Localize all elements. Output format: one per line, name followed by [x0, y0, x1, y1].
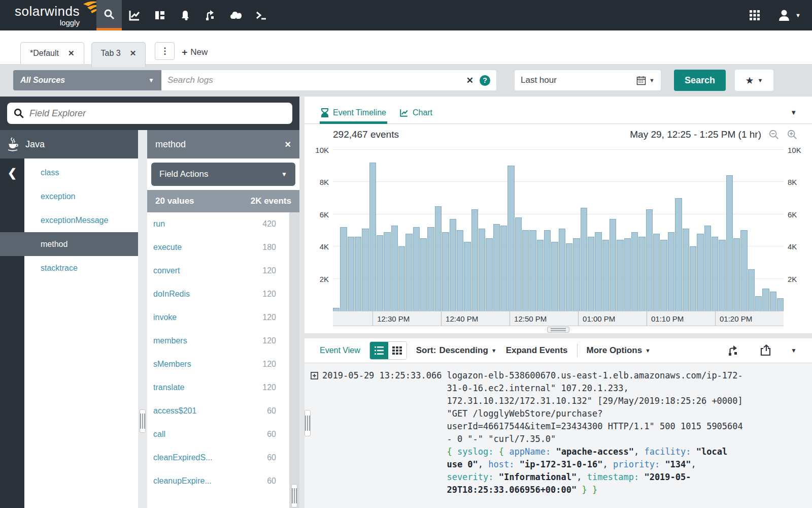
dashboards-icon[interactable] [147, 0, 173, 30]
histogram-bar[interactable] [777, 298, 784, 311]
histogram-bar[interactable] [355, 237, 361, 311]
histogram-bar[interactable] [377, 235, 383, 311]
histogram-bar[interactable] [588, 237, 594, 311]
expand-event-icon[interactable] [311, 372, 318, 379]
value-row[interactable]: cleanExpiredS...60 [147, 446, 289, 469]
histogram-bar[interactable] [529, 230, 536, 311]
value-row[interactable]: run420 [147, 212, 289, 236]
histogram-bar[interactable] [595, 232, 601, 311]
histogram-bar[interactable] [748, 269, 755, 311]
field-group-java[interactable]: Java [0, 130, 138, 158]
histogram-bar[interactable] [457, 230, 463, 311]
histogram-bar[interactable] [348, 237, 354, 311]
list-view-icon[interactable] [370, 342, 388, 359]
histogram-bar[interactable] [471, 209, 478, 311]
terminal-icon[interactable] [249, 0, 274, 30]
share-export-icon[interactable] [759, 344, 771, 357]
histogram-bar[interactable] [617, 240, 623, 311]
zoom-out-icon[interactable] [768, 129, 780, 140]
histogram-bar[interactable] [420, 238, 427, 311]
alerts-icon[interactable] [173, 0, 198, 30]
tab-close-icon[interactable]: ✕ [68, 49, 75, 58]
value-name[interactable]: cleanupExpire... [153, 477, 212, 486]
value-name[interactable]: access$201 [153, 406, 196, 416]
histogram-bar[interactable] [646, 209, 653, 311]
histogram-bar[interactable] [602, 240, 609, 311]
tab-event-timeline[interactable]: Event Timeline [320, 102, 387, 123]
value-row[interactable]: doInRedis120 [147, 282, 289, 306]
histogram-bar[interactable] [566, 243, 572, 311]
histogram-bar[interactable] [486, 238, 492, 311]
value-row[interactable]: execute180 [147, 236, 289, 259]
histogram-bar[interactable] [464, 242, 470, 311]
value-row[interactable]: access$20160 [147, 399, 289, 423]
collapse-chart-icon[interactable]: ▼ [790, 109, 797, 116]
histogram-bar[interactable] [500, 226, 507, 311]
histogram-bar[interactable] [653, 234, 660, 311]
resize-grip[interactable] [140, 409, 146, 433]
expand-events-button[interactable]: Expand Events [506, 345, 568, 356]
value-name[interactable]: doInRedis [153, 290, 190, 299]
histogram-bar[interactable] [442, 232, 449, 311]
zoom-in-icon[interactable] [787, 129, 798, 140]
histogram-bar[interactable] [697, 234, 703, 311]
solarwinds-loggly-logo[interactable]: solarwinds loggly [0, 0, 96, 30]
histogram-bar[interactable] [369, 163, 376, 311]
time-range-picker[interactable]: Last hour ▼ [515, 70, 661, 90]
value-name[interactable]: execute [153, 243, 182, 252]
grid-view-icon[interactable] [388, 342, 407, 359]
histogram-bar[interactable] [507, 166, 514, 311]
log-event-row[interactable]: 2019-05-29 13:25:33.066 logazon-elb-5386… [310, 369, 812, 496]
tab-close-icon[interactable]: ✕ [130, 49, 137, 58]
histogram-bar[interactable] [450, 219, 456, 311]
tab-default[interactable]: *Default ✕ [20, 42, 84, 64]
histogram-bar[interactable] [638, 237, 645, 311]
value-row[interactable]: invoke120 [147, 306, 289, 329]
histogram-bar[interactable] [668, 232, 674, 311]
histogram-bar[interactable] [384, 232, 390, 311]
cloud-icon[interactable] [223, 0, 249, 30]
histogram-bar[interactable] [675, 198, 682, 311]
value-name[interactable]: cleanExpiredS... [153, 453, 213, 462]
histogram-bar[interactable] [435, 206, 442, 311]
histogram-bar[interactable] [610, 219, 616, 311]
histogram-bar[interactable] [740, 230, 747, 311]
tab-3[interactable]: Tab 3 ✕ [91, 42, 146, 67]
field-explorer-input[interactable] [29, 108, 286, 119]
histogram-bar[interactable] [762, 289, 769, 311]
histogram-bar[interactable] [479, 229, 485, 311]
histogram-bar[interactable] [726, 175, 733, 311]
histogram-bar[interactable] [391, 226, 398, 311]
resize-grip-horizontal[interactable] [547, 327, 569, 333]
histogram-bar[interactable] [537, 240, 544, 311]
value-row[interactable]: cleanupExpire...60 [147, 469, 289, 493]
value-name[interactable]: sMembers [153, 360, 191, 369]
histogram-bar[interactable] [405, 234, 412, 311]
resize-grip[interactable] [304, 410, 311, 436]
clear-search-icon[interactable]: ✕ [466, 75, 473, 86]
resize-grip[interactable] [291, 484, 297, 507]
value-row[interactable]: sMembers120 [147, 353, 289, 376]
histogram-bar[interactable] [544, 230, 551, 311]
value-name[interactable]: run [153, 219, 165, 229]
field-item-exceptionMessage[interactable]: exceptionMessage [24, 208, 138, 232]
histogram-bar[interactable] [515, 217, 522, 311]
histogram-bar[interactable] [340, 227, 347, 311]
chevron-down-icon[interactable]: ▼ [791, 347, 797, 354]
value-name[interactable]: call [153, 430, 165, 439]
field-item-stacktrace[interactable]: stacktrace [24, 256, 138, 280]
value-name[interactable]: invoke [153, 313, 177, 322]
histogram-bar[interactable] [573, 238, 580, 311]
histogram-bar[interactable] [398, 246, 405, 311]
histogram-bar[interactable] [522, 230, 529, 311]
histogram-bar[interactable] [427, 227, 434, 311]
histogram-bar[interactable] [683, 229, 689, 311]
field-actions-dropdown[interactable]: Field Actions ▼ [151, 163, 295, 186]
histogram-bar[interactable] [755, 296, 762, 311]
field-item-exception[interactable]: exception [24, 184, 138, 208]
source-setup-icon[interactable] [198, 0, 223, 30]
search-logs-input[interactable] [167, 75, 466, 85]
tab-chart[interactable]: Chart [398, 102, 433, 123]
histogram-bar[interactable] [631, 232, 638, 311]
help-icon[interactable]: ? [480, 75, 490, 86]
